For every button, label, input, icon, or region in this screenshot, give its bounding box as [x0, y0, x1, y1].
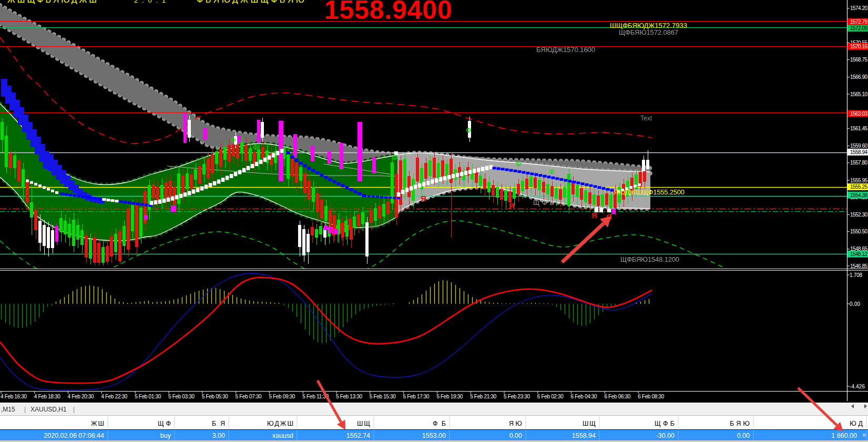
svg-text:Ф: Ф [466, 126, 472, 135]
svg-text:1565.10: 1565.10 [850, 91, 867, 97]
svg-text:5 Feb 23:30: 5 Feb 23:30 [504, 394, 530, 399]
svg-text:1552.30: 1552.30 [850, 212, 867, 218]
svg-text:Я: Я [591, 211, 597, 220]
svg-text:ЯЮДЖШЩФ1555.2500: ЯЮДЖШЩФ1555.2500 [614, 188, 685, 196]
svg-text:5 Feb 03:30: 5 Feb 03:30 [168, 394, 195, 399]
svg-text:5 Feb 13:30: 5 Feb 13:30 [336, 394, 362, 399]
svg-text:5 Feb 19:30: 5 Feb 19:30 [436, 394, 463, 399]
svg-text:4 Feb 22:30: 4 Feb 22:30 [101, 394, 127, 399]
svg-text:6 Feb 08:30: 6 Feb 08:30 [638, 394, 664, 399]
svg-text:1555.25: 1555.25 [850, 184, 867, 190]
svg-text:5 Feb 21:30: 5 Feb 21:30 [470, 394, 496, 399]
svg-text:5 Feb 05:30: 5 Feb 05:30 [202, 394, 228, 399]
svg-text:1563.03: 1563.03 [850, 111, 867, 117]
svg-text:5 Feb 09:30: 5 Feb 09:30 [269, 394, 295, 399]
svg-text:6 Feb 04:30: 6 Feb 04:30 [571, 394, 597, 399]
svg-text:buy: buy [160, 432, 171, 439]
svg-text:Я: Я [421, 194, 426, 203]
svg-text:3.00: 3.00 [212, 432, 225, 439]
svg-text:1548.12: 1548.12 [850, 251, 867, 257]
svg-text:0.00: 0.00 [737, 432, 750, 439]
svg-text:1558.94: 1558.94 [572, 432, 596, 439]
svg-text:1572.79: 1572.79 [850, 19, 867, 25]
svg-text:1559.60: 1559.60 [850, 143, 867, 149]
svg-text:0.00: 0.00 [850, 301, 860, 307]
svg-text:Ф: Ф [253, 143, 259, 151]
svg-text:-4.426: -4.426 [850, 384, 865, 389]
svg-text:ШЩ: ШЩ [357, 420, 370, 427]
svg-text:ЩФБ: ЩФБ [655, 420, 675, 427]
svg-text:1 860.00: 1 860.00 [831, 432, 857, 439]
svg-text:5 Feb 15:30: 5 Feb 15:30 [370, 394, 396, 399]
svg-text:1557.80: 1557.80 [850, 160, 867, 166]
svg-text:1558.9400: 1558.9400 [324, 0, 452, 25]
svg-text:ЩФБЯЮ1548.1200: ЩФБЯЮ1548.1200 [620, 255, 679, 263]
svg-text:6 Feb 06:30: 6 Feb 06:30 [604, 394, 630, 399]
svg-text:1568.75: 1568.75 [850, 57, 867, 63]
svg-text:Ф: Ф [392, 153, 398, 162]
svg-text:XAUUSD,H1: XAUUSD,H1 [30, 406, 67, 413]
svg-text:5 Feb 07:30: 5 Feb 07:30 [236, 394, 262, 399]
svg-text:4 Feb 18:30: 4 Feb 18:30 [34, 394, 60, 399]
svg-text:2020.02.06 07:06:44: 2020.02.06 07:06:44 [44, 432, 104, 439]
svg-text:4 Feb 20:30: 4 Feb 20:30 [68, 394, 94, 399]
svg-text:ЩФБ: ЩФБ [533, 199, 554, 207]
svg-text:|: | [73, 406, 75, 413]
svg-text:4 Feb 16:30: 4 Feb 16:30 [1, 394, 27, 399]
svg-text:-30.00: -30.00 [656, 432, 675, 439]
svg-text:5 Feb 17:30: 5 Feb 17:30 [403, 394, 430, 399]
svg-text:ФБЯЮДЖШЩФБЯЮ: ФБЯЮДЖШЩФБЯЮ [197, 0, 304, 4]
svg-text:1546.85: 1546.85 [850, 263, 867, 269]
svg-text:,M15: ,M15 [1, 406, 15, 413]
svg-text:ЮДЖШ: ЮДЖШ [267, 420, 293, 427]
svg-text:1550.50: 1550.50 [850, 229, 867, 234]
svg-text:1572.09: 1572.09 [850, 25, 867, 31]
svg-text:1553.00: 1553.00 [422, 432, 446, 439]
svg-text:5 Feb 01:30: 5 Feb 01:30 [135, 394, 161, 399]
svg-text:ЯЮ: ЯЮ [509, 420, 522, 427]
svg-text:БЯЮДЖ1570.1600: БЯЮДЖ1570.1600 [536, 46, 595, 54]
svg-text:1566.90: 1566.90 [850, 74, 867, 80]
svg-text:Ф: Ф [549, 168, 555, 176]
svg-text:1555.95: 1555.95 [850, 178, 867, 183]
svg-text:1570.16: 1570.16 [850, 44, 867, 49]
svg-text:БЯЮ: БЯЮ [730, 420, 750, 427]
svg-text:6 Feb 02:30: 6 Feb 02:30 [537, 394, 564, 399]
svg-text:ШЩ: ШЩ [583, 420, 596, 427]
svg-text:1574.20: 1574.20 [850, 5, 867, 11]
svg-text:Ф: Ф [516, 160, 522, 168]
svg-text:1552.74: 1552.74 [346, 432, 370, 439]
svg-text:xauusd: xauusd [272, 432, 293, 439]
svg-text:0.00: 0.00 [509, 432, 522, 439]
svg-text:×: × [862, 431, 866, 439]
svg-text:1554.38: 1554.38 [850, 192, 867, 198]
svg-text:Я: Я [509, 201, 515, 210]
svg-text:1.708: 1.708 [850, 272, 862, 278]
svg-text:1558.94: 1558.94 [850, 149, 867, 155]
svg-text:Ф: Ф [230, 136, 236, 145]
svg-text:1561.45: 1561.45 [850, 126, 867, 131]
svg-text:ЩФБЯЮ1572.0867: ЩФБЯЮ1572.0867 [619, 28, 678, 36]
svg-text:Text: Text [640, 115, 652, 122]
svg-text:|: | [24, 406, 26, 413]
